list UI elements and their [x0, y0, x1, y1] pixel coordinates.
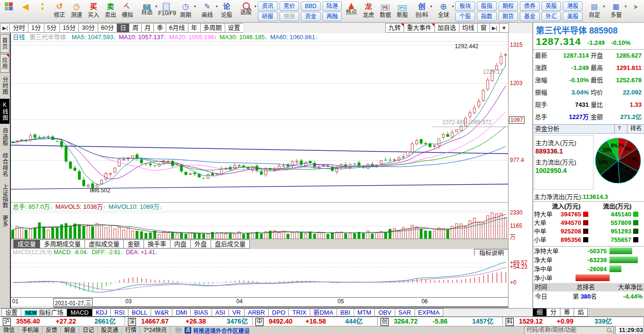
- period-日[interactable]: 日: [117, 23, 129, 33]
- toolbar-button-指数[interactable]: 指数: [477, 12, 497, 21]
- period-▶|[interactable]: ▶|: [0, 23, 9, 33]
- toolbar-button-自定[interactable]: ▾自定: [584, 0, 605, 22]
- sidebar-item-自选股[interactable]: 自选股: [0, 125, 9, 149]
- indicator-tab-DMI[interactable]: DMI: [172, 308, 191, 317]
- bottom-link-日记[interactable]: 日记: [79, 327, 98, 334]
- toolbar-button-债券[interactable]: 债券: [520, 1, 540, 11]
- toolbar-button-期货[interactable]: 期货: [499, 12, 518, 21]
- indicator-tab-ARBR[interactable]: ARBR: [244, 308, 269, 317]
- volume-tab-金额[interactable]: 金额: [123, 240, 144, 248]
- indicator-tab-BBI[interactable]: BBI: [337, 308, 354, 317]
- toolbar-button-板块[interactable]: 板块: [455, 1, 475, 11]
- indicator-tab-MACD[interactable]: MACD: [67, 308, 92, 317]
- sidebar-item-K线图[interactable]: K线图: [0, 99, 9, 124]
- toolbar-button-测速[interactable]: 测速: [68, 0, 85, 22]
- toolbar-button-选股[interactable]: ▾选股: [236, 0, 256, 22]
- detail-tab-细[interactable]: 细: [533, 308, 547, 317]
- bottom-link-微信[interactable]: 微信: [0, 327, 18, 334]
- toolbar-button-买入[interactable]: 买入: [85, 0, 102, 22]
- toolbar-button-竞价[interactable]: 竞价: [280, 1, 299, 11]
- sidebar-item-首页[interactable]: 首页: [0, 34, 9, 53]
- toolbar-button-画线[interactable]: ▾画线: [197, 0, 218, 22]
- period-周[interactable]: 周: [129, 23, 141, 33]
- indicator-tab-EXPMA[interactable]: EXPMA: [415, 308, 444, 317]
- volume-tab-外盘[interactable]: 外盘: [190, 240, 211, 248]
- bottom-link-解盘[interactable]: 解盘: [61, 327, 79, 334]
- indicator-tab-RSI[interactable]: RSI: [110, 308, 128, 317]
- fund-rank-button[interactable]: 排名: [627, 125, 644, 133]
- index-创[interactable]: 创3264.72-5.861457亿: [378, 317, 503, 326]
- toolbar-button-创/科[interactable]: ▾创/科: [411, 0, 432, 22]
- volume-canvas[interactable]: [11, 211, 508, 239]
- toolbar-button-全球[interactable]: ▾全球: [433, 0, 454, 22]
- toolbar-button-研报[interactable]: 研报: [258, 12, 278, 21]
- toolbar-button-资金[interactable]: 资金: [301, 12, 321, 21]
- toolbar-button-预测[interactable]: 预测: [280, 12, 299, 21]
- bottom-link-行情[interactable]: 行情: [122, 327, 140, 334]
- detail-tab-分[interactable]: 分: [546, 308, 560, 317]
- indicator-tab-指标广场[interactable]: NEW指标广场: [21, 308, 67, 317]
- bottom-link-股灵通[interactable]: 股灵通: [98, 327, 122, 334]
- sidebar-item-综合排名[interactable]: 综合排名: [0, 150, 9, 180]
- sidebar-item-分时图[interactable]: 分时图: [0, 74, 9, 98]
- indicator-tab-设置[interactable]: 设置: [1, 308, 21, 317]
- toolbar-button-两融[interactable]: 两融: [322, 12, 342, 21]
- toolbar-button-周期[interactable]: ▾周期: [175, 0, 196, 22]
- volume-tab-成交量[interactable]: 成交量: [13, 240, 40, 248]
- indicator-tab-VR[interactable]: VR: [229, 308, 245, 317]
- fund-help-button[interactable]: ?: [614, 125, 624, 133]
- volume-tab-内盘[interactable]: 内盘: [170, 240, 191, 248]
- toolbar-button-外汇[interactable]: 外汇: [542, 12, 561, 21]
- indicator-tab-SAR[interactable]: SAR: [395, 308, 415, 317]
- period-right-▼[interactable]: ▼: [500, 23, 509, 33]
- toolbar-button-BBD[interactable]: BBD: [301, 1, 321, 11]
- toolbar-button-龙虎[interactable]: 龙虎: [360, 0, 376, 22]
- volume-tab-盘后成交量[interactable]: 盘后成交量: [211, 240, 250, 248]
- period-多周期[interactable]: 多周期: [200, 23, 225, 33]
- period-季[interactable]: 季: [153, 23, 166, 33]
- indicator-tab-TRIX[interactable]: TRIX: [288, 308, 310, 317]
- volume-tab-换手率[interactable]: 换手率: [144, 240, 170, 248]
- toolbar-button-英股[interactable]: 英股: [542, 1, 561, 11]
- indicator-tab-ASI[interactable]: ASI: [212, 308, 229, 317]
- indicator-tab-新DMA[interactable]: 新DMA: [310, 308, 337, 317]
- toolbar-button-back[interactable]: [17, 0, 34, 22]
- period-分时[interactable]: 分时: [9, 23, 28, 33]
- index-深[interactable]: 深14667.67+26.383476亿: [125, 317, 253, 326]
- index-中[interactable]: 中9492.40+16.58444亿: [253, 317, 378, 326]
- period-15分[interactable]: 15分: [59, 23, 78, 33]
- macd-canvas[interactable]: [11, 256, 508, 297]
- index-科[interactable]: 科1529.12+0.99339亿: [503, 317, 644, 326]
- volume-tab-虚拟成交量[interactable]: 虚拟成交量: [85, 240, 124, 248]
- period-right-窗[interactable]: 窗: [478, 23, 490, 33]
- toolbar-button-股指[interactable]: 股指: [477, 1, 497, 11]
- period-月[interactable]: 月: [141, 23, 153, 33]
- period-设置[interactable]: 设置: [225, 23, 243, 33]
- toolbar-button-基金[interactable]: 基金: [520, 12, 540, 21]
- indicator-tab-BOLL[interactable]: BOLL: [128, 308, 151, 317]
- indicator-tab-OBV[interactable]: OBV: [374, 308, 395, 317]
- bottom-link-手机端[interactable]: 手机端: [18, 327, 42, 334]
- toolbar-button-卖出[interactable]: 卖出: [102, 0, 119, 22]
- toolbar-button-期权[interactable]: 期权: [499, 1, 518, 11]
- toolbar-button-多窗[interactable]: ▾多窗: [606, 0, 627, 22]
- period-年[interactable]: 年: [188, 23, 200, 33]
- stock-search-input[interactable]: 代码/名称/简拼/功能: [524, 326, 614, 334]
- toolbar-button-论股[interactable]: 论股: [219, 0, 235, 22]
- news-ticker[interactable]: 遇将推进境外合作区建设: [175, 326, 250, 334]
- period-right-九转[interactable]: 九转: [385, 23, 404, 33]
- kline-canvas[interactable]: [11, 42, 508, 202]
- sidebar-item-更多[interactable]: 更多: [0, 212, 9, 230]
- volume-tab-多周期成交量[interactable]: 多周期成交量: [40, 240, 85, 248]
- toolbar-button-自选[interactable]: ▾自选: [136, 0, 157, 22]
- toolbar-button-修正[interactable]: 修正: [51, 0, 68, 22]
- toolbar-button-模拟[interactable]: 模拟: [119, 0, 136, 22]
- period-right-均线[interactable]: 均线: [459, 23, 478, 33]
- indicator-tab-W&R[interactable]: W&R: [151, 308, 172, 317]
- toolbar-button-数据[interactable]: 数据: [377, 0, 393, 22]
- toolbar-button-个股[interactable]: 个股: [455, 12, 475, 21]
- bottom-link-7*24快讯[interactable]: 7*24快讯: [140, 327, 170, 334]
- indicator-tab-BIAS[interactable]: BIAS: [190, 308, 212, 317]
- period-60分[interactable]: 60分: [98, 23, 117, 33]
- sidebar-item-上证指数[interactable]: 上证指数: [0, 181, 9, 211]
